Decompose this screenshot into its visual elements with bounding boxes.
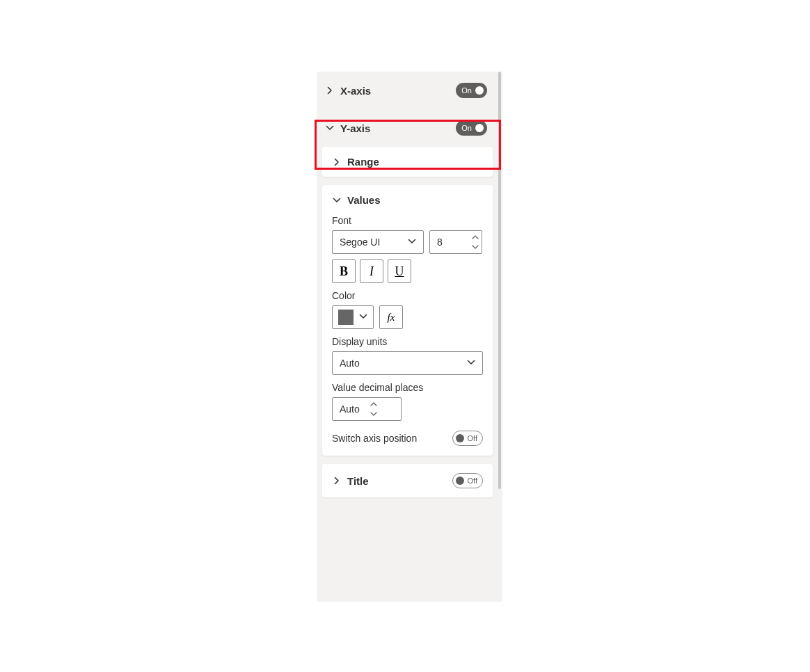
values-card: Values Font Segoe UI 8	[322, 185, 493, 456]
spinner-down[interactable]	[367, 409, 381, 419]
toggle-label: On	[459, 124, 474, 132]
y-axis-section-header[interactable]: Y-axis On	[322, 109, 493, 147]
scrollbar-thumb[interactable]	[498, 72, 501, 489]
toggle-label: Off	[466, 434, 479, 442]
bold-button[interactable]: B	[332, 259, 356, 283]
title-section-title: Title	[347, 475, 369, 487]
toggle-label: Off	[466, 477, 479, 485]
range-title: Range	[347, 156, 379, 168]
font-family-select[interactable]: Segoe UI	[332, 230, 424, 254]
color-picker[interactable]	[332, 305, 374, 329]
chevron-down-icon	[359, 311, 367, 323]
toggle-knob	[475, 124, 484, 132]
title-card-header[interactable]: Title Off	[322, 464, 493, 497]
range-card-header[interactable]: Range	[322, 147, 493, 177]
title-toggle[interactable]: Off	[452, 473, 483, 488]
toggle-label: On	[459, 86, 474, 95]
y-axis-toggle[interactable]: On	[456, 120, 487, 136]
x-axis-toggle[interactable]: On	[456, 83, 487, 98]
italic-button[interactable]: I	[360, 259, 383, 283]
font-size-value: 8	[430, 231, 468, 253]
decimal-places-label: Value decimal places	[332, 382, 483, 393]
toggle-knob	[456, 477, 464, 485]
decimal-places-value: Auto	[333, 398, 367, 420]
display-units-select[interactable]: Auto	[332, 351, 483, 375]
switch-axis-toggle[interactable]: Off	[452, 431, 483, 446]
color-swatch	[338, 310, 354, 325]
spinner-up[interactable]	[367, 399, 381, 409]
range-card: Range	[322, 147, 493, 177]
fx-button[interactable]: fx	[379, 305, 403, 329]
font-family-value: Segoe UI	[340, 237, 380, 248]
title-card: Title Off	[322, 464, 493, 497]
display-units-value: Auto	[340, 358, 360, 369]
y-axis-title: Y-axis	[340, 122, 370, 134]
scrollbar[interactable]	[498, 72, 502, 602]
chevron-right-icon	[332, 476, 342, 486]
color-label: Color	[332, 290, 483, 301]
chevron-down-icon	[408, 237, 416, 248]
font-label: Font	[332, 215, 483, 226]
display-units-label: Display units	[332, 336, 483, 347]
font-size-spinner[interactable]: 8	[429, 230, 482, 254]
chevron-down-icon	[332, 195, 342, 205]
underline-button[interactable]: U	[388, 259, 411, 283]
values-body: Font Segoe UI 8	[322, 215, 493, 456]
values-title: Values	[347, 194, 381, 206]
toggle-knob	[456, 434, 464, 442]
chevron-down-icon	[325, 123, 335, 133]
spinner-down[interactable]	[468, 242, 482, 252]
decimal-places-spinner[interactable]: Auto	[332, 397, 402, 421]
chevron-down-icon	[467, 358, 475, 369]
toggle-knob	[475, 86, 484, 95]
x-axis-title: X-axis	[340, 85, 371, 97]
format-panel: X-axis On Y-axis On	[317, 72, 502, 602]
spinner-up[interactable]	[468, 232, 482, 242]
panel-content: X-axis On Y-axis On	[317, 72, 498, 602]
chevron-right-icon	[325, 86, 335, 95]
values-card-header[interactable]: Values	[322, 185, 493, 215]
chevron-right-icon	[332, 157, 342, 167]
switch-axis-label: Switch axis position	[332, 433, 417, 444]
x-axis-section-header[interactable]: X-axis On	[322, 72, 493, 109]
